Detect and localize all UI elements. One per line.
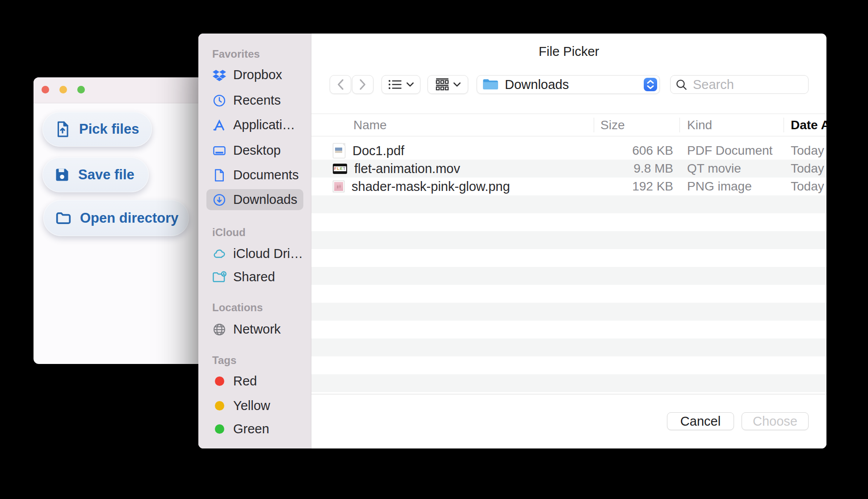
sidebar-item-label: Recents [233, 93, 281, 108]
green-tag-icon [212, 422, 226, 436]
pick-files-label: Pick files [79, 121, 139, 137]
sidebar: Favorites Dropbox Recents [198, 34, 311, 448]
sidebar-item-tag-green[interactable]: Green [206, 419, 303, 440]
sidebar-item-label: Yellow [233, 398, 270, 413]
file-kind: PDF Document [679, 144, 784, 158]
sidebar-item-label: Shared [233, 270, 275, 284]
close-window-button[interactable] [42, 86, 49, 93]
sidebar-item-label: Desktop [233, 143, 281, 158]
sidebar-item-label: Applicati… [233, 118, 295, 132]
empty-row [311, 285, 826, 303]
sidebar-item-tag-yellow[interactable]: Yellow [206, 395, 303, 416]
list-view-button[interactable] [382, 75, 420, 94]
chevron-down-icon [453, 82, 461, 87]
open-directory-button[interactable]: Open directory [43, 200, 189, 236]
back-button[interactable] [330, 75, 351, 94]
dialog-title: File Picker [311, 44, 826, 59]
search-field[interactable] [670, 75, 809, 94]
file-size: 9.8 MB [594, 161, 679, 176]
cancel-button[interactable]: Cancel [667, 412, 734, 430]
document-icon [212, 168, 226, 182]
location-popup-button[interactable]: Downloads [477, 75, 660, 94]
sidebar-section-tags: Tags [212, 354, 236, 367]
empty-row [311, 267, 826, 285]
chevron-left-icon [336, 79, 345, 90]
sidebar-item-label: Downloads [233, 192, 297, 207]
download-circle-icon [212, 193, 226, 207]
empty-row [311, 249, 826, 267]
sidebar-item-applications[interactable]: Applicati… [206, 114, 303, 135]
minimize-window-button[interactable] [59, 86, 67, 93]
open-directory-label: Open directory [80, 210, 179, 226]
file-name: shader-mask-pink-glow.png [352, 179, 510, 194]
column-header-date-added[interactable]: Date Added [784, 118, 826, 132]
dropbox-icon [212, 68, 226, 82]
file-date-added: Today [784, 144, 826, 158]
file-list: Doc1.pdf 606 KB PDF Document Today FLET … [311, 136, 826, 394]
red-tag-icon [212, 374, 226, 389]
sidebar-item-network[interactable]: Network [206, 319, 303, 340]
file-name: flet-animation.mov [354, 161, 460, 176]
save-file-button[interactable]: Save file [42, 157, 149, 192]
empty-row [311, 356, 826, 374]
shared-folder-icon [212, 270, 226, 284]
choose-button[interactable]: Choose [742, 412, 809, 430]
column-header-kind[interactable]: Kind [679, 118, 784, 132]
table-header: Name Size Kind Date Added [311, 114, 826, 136]
group-view-icon [436, 78, 449, 91]
file-size: 192 KB [594, 179, 679, 194]
sidebar-item-label: Network [233, 322, 281, 337]
sidebar-section-locations: Locations [212, 301, 263, 314]
sidebar-item-label: Green [233, 422, 269, 436]
app-store-icon [212, 118, 226, 132]
empty-row [311, 303, 826, 321]
folder-icon [55, 210, 72, 227]
forward-button[interactable] [352, 75, 373, 94]
empty-row [311, 338, 826, 356]
sidebar-item-label: Documents [233, 168, 299, 182]
empty-row [311, 231, 826, 249]
sidebar-item-documents[interactable]: Documents [206, 165, 303, 186]
file-kind: PNG image [679, 179, 784, 194]
sidebar-item-icloud-drive[interactable]: iCloud Dri… [206, 243, 303, 264]
sidebar-item-desktop[interactable]: Desktop [206, 140, 303, 161]
cloud-icon [212, 247, 226, 261]
blue-folder-icon [482, 78, 499, 91]
column-header-size[interactable]: Size [594, 118, 679, 132]
search-icon [675, 79, 688, 91]
chevron-right-icon [358, 79, 367, 90]
file-date-added: Today [784, 179, 826, 194]
sidebar-item-dropbox[interactable]: Dropbox [206, 64, 303, 85]
file-row-flet-animation-mov[interactable]: FLET flet-animation.mov 9.8 MB QT movie … [311, 160, 826, 178]
movie-thumbnail-icon: FLET [333, 164, 347, 174]
sidebar-item-label: iCloud Dri… [233, 246, 303, 261]
sidebar-item-recents[interactable]: Recents [206, 90, 303, 111]
column-divider [679, 118, 680, 132]
yellow-tag-icon [212, 399, 226, 413]
pdf-thumbnail-icon [333, 143, 345, 158]
zoom-window-button[interactable] [77, 86, 85, 93]
file-size: 606 KB [594, 144, 679, 158]
sidebar-item-shared[interactable]: Shared [206, 266, 303, 288]
sidebar-item-tag-red[interactable]: Red [206, 371, 303, 392]
column-header-name[interactable]: Name [311, 118, 594, 132]
empty-row [311, 213, 826, 231]
clock-icon [212, 93, 226, 108]
pick-files-button[interactable]: Pick files [42, 112, 152, 147]
desktop-canvas: { "app": { "buttons": [ { "label": "Pick… [0, 0, 868, 499]
column-divider [594, 118, 594, 132]
empty-row [311, 321, 826, 338]
chevron-down-icon [407, 82, 414, 87]
file-date-added: Today [784, 161, 826, 176]
file-name: Doc1.pdf [352, 144, 404, 158]
search-input[interactable] [692, 77, 808, 93]
desktop-icon [212, 144, 226, 158]
file-row-shader-mask-pink-glow-png[interactable]: shader-mask-pink-glow.png 192 KB PNG ima… [311, 178, 826, 195]
file-row-doc1-pdf[interactable]: Doc1.pdf 606 KB PDF Document Today [311, 142, 826, 160]
group-view-button[interactable] [428, 75, 468, 94]
globe-icon [212, 322, 226, 337]
sidebar-item-downloads[interactable]: Downloads [206, 189, 303, 210]
sidebar-section-icloud: iCloud [212, 226, 246, 239]
file-picker-main: File Picker [311, 34, 826, 448]
app-titlebar [34, 77, 222, 103]
